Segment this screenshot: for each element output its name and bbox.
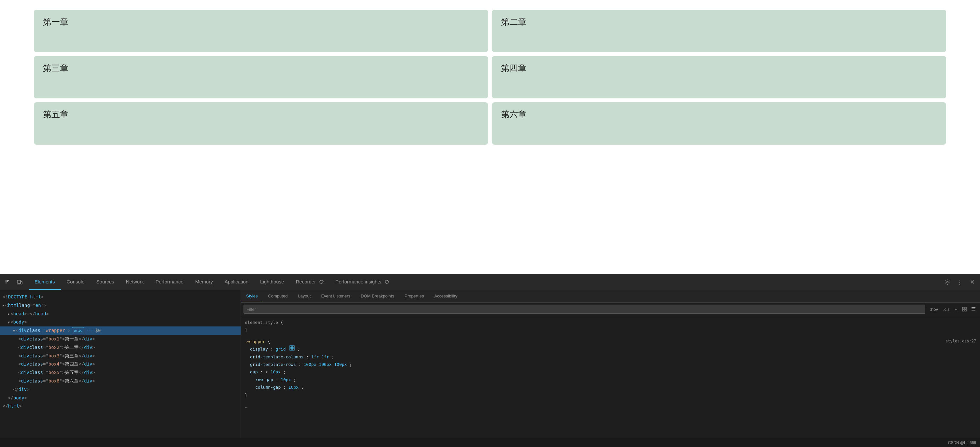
devtools-panel: Elements Console Sources Network Perform…: [0, 274, 980, 447]
svg-rect-4: [6, 283, 6, 283]
css-prop-grid-template-rows: grid-template-rows: [250, 362, 296, 367]
svg-rect-23: [290, 348, 292, 350]
add-style-button[interactable]: +: [953, 306, 959, 313]
tab-console[interactable]: Console: [61, 274, 91, 290]
svg-rect-19: [972, 308, 975, 309]
tab-network[interactable]: Network: [120, 274, 150, 290]
styles-tab-event-listeners[interactable]: Event Listeners: [316, 290, 356, 302]
css-prop-column-gap: column-gap: [255, 385, 281, 390]
svg-rect-7: [21, 281, 22, 284]
dom-line-wrapper[interactable]: ▼ <div class="wrapper"> grid == $0: [0, 326, 240, 335]
grid-badge[interactable]: grid: [72, 327, 85, 335]
svg-rect-22: [293, 346, 294, 348]
grid-wrapper: 第一章 第二章 第三章 第四章 第五章 第六章: [30, 6, 950, 148]
svg-rect-17: [965, 310, 966, 311]
svg-rect-1: [6, 281, 6, 282]
browser-content: 第一章 第二章 第三章 第四章 第五章 第六章: [0, 0, 980, 274]
box3: 第三章: [34, 56, 488, 98]
source-link[interactable]: styles.css:27: [945, 338, 976, 345]
svg-rect-21: [290, 346, 292, 348]
tab-elements[interactable]: Elements: [29, 274, 61, 290]
svg-rect-5: [8, 280, 9, 281]
styles-filter-bar: :hov .cls +: [241, 303, 980, 316]
wrapper-style-block: .wrapper { styles.css:27 display : grid: [245, 338, 976, 399]
svg-point-9: [320, 280, 323, 283]
dom-line-box3[interactable]: <div class="box3">第三章</div>: [0, 352, 240, 360]
svg-rect-20: [972, 310, 975, 310]
styles-tab-styles[interactable]: Styles: [241, 290, 263, 302]
svg-rect-3: [7, 281, 8, 282]
dom-line-box6[interactable]: <div class="box6">第六章</div>: [0, 377, 240, 385]
box6: 第六章: [492, 102, 946, 145]
tab-recorder[interactable]: Recorder: [290, 274, 329, 290]
svg-rect-15: [965, 307, 966, 309]
styles-content: element.style { } .wrapper { styles.css:…: [241, 316, 980, 438]
styles-tab-dom-breakpoints[interactable]: DOM Breakpoints: [356, 290, 399, 302]
styles-tabs: Styles Computed Layout Event Listeners D…: [241, 290, 980, 303]
dom-line-box5[interactable]: <div class="box5">第五章</div>: [0, 369, 240, 377]
svg-rect-24: [293, 348, 294, 350]
element-style-selector: element.style: [245, 320, 278, 325]
styles-panel: Styles Computed Layout Event Listeners D…: [241, 290, 980, 438]
tab-performance[interactable]: Performance: [150, 274, 189, 290]
dom-line-box2[interactable]: <div class="box2">第二章</div>: [0, 343, 240, 352]
dom-line-box1[interactable]: <div class="box1">第一章</div>: [0, 335, 240, 343]
tab-memory[interactable]: Memory: [189, 274, 219, 290]
svg-rect-16: [963, 310, 964, 311]
dom-line-doctype: <!DOCTYPE html>: [0, 293, 240, 302]
more-button[interactable]: ⋮: [955, 277, 965, 287]
styles-filter-input[interactable]: [243, 305, 925, 314]
css-prop-grid-template-columns: grid-template-columns: [250, 354, 304, 359]
devtools-body: <!DOCTYPE html> ▶ <html lang="en" > ▶ <h…: [0, 290, 980, 438]
styles-tab-accessibility[interactable]: Accessibility: [429, 290, 463, 302]
svg-rect-14: [963, 307, 964, 309]
dom-line-head[interactable]: ▶ <head> ⋯ </head>: [0, 310, 240, 318]
cls-button[interactable]: .cls: [941, 306, 952, 313]
styles-pseudo-buttons: :hov .cls +: [928, 305, 977, 313]
toolbar-right: ⋮ ✕: [942, 277, 977, 287]
inspect-element-button[interactable]: [3, 277, 13, 287]
box4: 第四章: [492, 56, 946, 98]
page-wrapper: 第一章 第二章 第三章 第四章 第五章 第六章: [30, 6, 950, 148]
box1: 第一章: [34, 10, 488, 52]
dom-panel: <!DOCTYPE html> ▶ <html lang="en" > ▶ <h…: [0, 290, 241, 438]
refresh-styles-button[interactable]: [970, 305, 977, 313]
element-style-block: element.style { }: [245, 319, 976, 334]
svg-point-11: [385, 280, 388, 283]
css-prop-row-gap: row-gap: [255, 377, 273, 382]
device-toggle-button[interactable]: [14, 277, 25, 287]
toolbar-icons: [3, 277, 25, 287]
svg-point-13: [947, 281, 948, 283]
close-devtools-button[interactable]: ✕: [967, 277, 977, 287]
computed-sidebar-button[interactable]: [961, 305, 968, 313]
dom-line-div-close: </div>: [0, 385, 240, 394]
wrapper-selector: .wrapper: [245, 339, 265, 344]
css-prop-gap: gap: [250, 369, 258, 374]
status-text: CSDN @hf_666: [948, 441, 976, 445]
box5: 第五章: [34, 102, 488, 145]
svg-rect-18: [972, 307, 975, 308]
hov-button[interactable]: :hov: [928, 306, 940, 313]
styles-tab-properties[interactable]: Properties: [399, 290, 429, 302]
dom-line-body-close: </body>: [0, 394, 240, 402]
tab-sources[interactable]: Sources: [91, 274, 120, 290]
tab-performance-insights[interactable]: Performance insights: [329, 274, 395, 290]
devtools-toolbar: Elements Console Sources Network Perform…: [0, 274, 980, 290]
styles-tab-layout[interactable]: Layout: [293, 290, 316, 302]
status-bar: CSDN @hf_666: [0, 438, 980, 447]
tab-lighthouse[interactable]: Lighthouse: [254, 274, 290, 290]
dom-line-html[interactable]: ▶ <html lang="en" >: [0, 302, 240, 310]
dom-line-body[interactable]: ▼ <body>: [0, 318, 240, 326]
tab-application[interactable]: Application: [219, 274, 254, 290]
dom-line-box4[interactable]: <div class="box4">第四章</div>: [0, 360, 240, 369]
css-prop-display: display: [250, 346, 268, 351]
devtools-tabs: Elements Console Sources Network Perform…: [29, 274, 942, 290]
styles-tab-computed[interactable]: Computed: [263, 290, 293, 302]
svg-rect-0: [6, 280, 6, 281]
box2: 第二章: [492, 10, 946, 52]
settings-button[interactable]: [942, 277, 953, 287]
dom-line-html-close: </html>: [0, 402, 240, 410]
svg-rect-2: [7, 280, 8, 281]
